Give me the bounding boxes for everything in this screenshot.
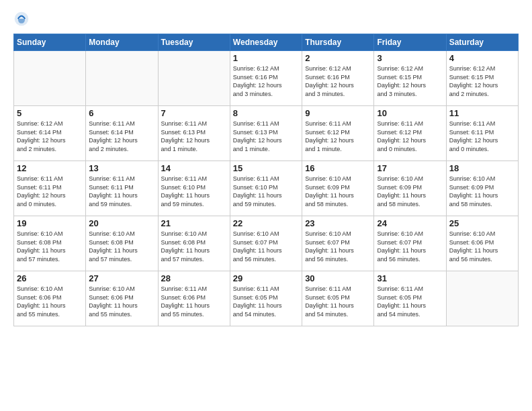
day-info: Sunrise: 6:10 AM Sunset: 6:09 PM Dayligh… [305,175,371,208]
day-number: 26 [17,273,83,283]
day-info: Sunrise: 6:10 AM Sunset: 6:08 PM Dayligh… [17,230,83,263]
day-info: Sunrise: 6:12 AM Sunset: 6:15 PM Dayligh… [449,64,515,98]
calendar-cell [14,51,86,106]
calendar-body: 1Sunrise: 6:12 AM Sunset: 6:16 PM Daylig… [14,51,519,326]
calendar-cell: 21Sunrise: 6:10 AM Sunset: 6:08 PM Dayli… [158,216,230,271]
calendar-cell: 30Sunrise: 6:11 AM Sunset: 6:05 PM Dayli… [302,271,374,326]
calendar-cell: 2Sunrise: 6:12 AM Sunset: 6:16 PM Daylig… [302,51,374,106]
day-number: 24 [377,218,443,228]
day-number: 8 [233,108,299,118]
day-number: 17 [377,163,443,173]
day-info: Sunrise: 6:10 AM Sunset: 6:06 PM Dayligh… [89,285,154,318]
day-info: Sunrise: 6:10 AM Sunset: 6:07 PM Dayligh… [305,230,371,263]
calendar-cell: 24Sunrise: 6:10 AM Sunset: 6:07 PM Dayli… [374,216,446,271]
day-number: 19 [17,218,83,228]
day-info: Sunrise: 6:11 AM Sunset: 6:13 PM Dayligh… [161,120,227,153]
day-number: 11 [449,108,515,118]
calendar-cell: 8Sunrise: 6:11 AM Sunset: 6:13 PM Daylig… [230,106,302,161]
day-number: 21 [161,218,227,228]
day-number: 30 [305,273,371,283]
calendar-week: 26Sunrise: 6:10 AM Sunset: 6:06 PM Dayli… [14,271,519,326]
calendar-cell: 27Sunrise: 6:10 AM Sunset: 6:06 PM Dayli… [86,271,158,326]
day-info: Sunrise: 6:10 AM Sunset: 6:08 PM Dayligh… [89,230,154,263]
day-info: Sunrise: 6:12 AM Sunset: 6:14 PM Dayligh… [17,120,83,153]
calendar-page: SundayMondayTuesdayWednesdayThursdayFrid… [0,0,532,411]
calendar-cell: 13Sunrise: 6:11 AM Sunset: 6:11 PM Dayli… [86,161,158,216]
day-number: 6 [89,108,154,118]
day-info: Sunrise: 6:11 AM Sunset: 6:11 PM Dayligh… [89,175,154,208]
calendar-cell: 3Sunrise: 6:12 AM Sunset: 6:15 PM Daylig… [374,51,446,106]
day-info: Sunrise: 6:11 AM Sunset: 6:11 PM Dayligh… [449,120,515,153]
calendar-cell: 17Sunrise: 6:10 AM Sunset: 6:09 PM Dayli… [374,161,446,216]
day-info: Sunrise: 6:11 AM Sunset: 6:10 PM Dayligh… [161,175,227,208]
day-info: Sunrise: 6:10 AM Sunset: 6:06 PM Dayligh… [449,230,515,263]
weekday-header: Tuesday [158,34,230,51]
day-info: Sunrise: 6:12 AM Sunset: 6:16 PM Dayligh… [305,64,371,98]
day-info: Sunrise: 6:11 AM Sunset: 6:05 PM Dayligh… [377,285,443,318]
calendar-cell: 29Sunrise: 6:11 AM Sunset: 6:05 PM Dayli… [230,271,302,326]
day-info: Sunrise: 6:11 AM Sunset: 6:05 PM Dayligh… [233,285,299,318]
calendar-cell [446,271,518,326]
calendar-cell: 28Sunrise: 6:11 AM Sunset: 6:06 PM Dayli… [158,271,230,326]
day-number: 28 [161,273,227,283]
day-number: 31 [377,273,443,283]
day-number: 15 [233,163,299,173]
day-number: 23 [305,218,371,228]
day-info: Sunrise: 6:11 AM Sunset: 6:12 PM Dayligh… [377,120,443,153]
day-number: 22 [233,218,299,228]
weekday-row: SundayMondayTuesdayWednesdayThursdayFrid… [14,34,519,51]
calendar-week: 19Sunrise: 6:10 AM Sunset: 6:08 PM Dayli… [14,216,519,271]
day-info: Sunrise: 6:10 AM Sunset: 6:09 PM Dayligh… [377,175,443,208]
weekday-header: Wednesday [230,34,302,51]
header [13,11,519,27]
day-info: Sunrise: 6:11 AM Sunset: 6:06 PM Dayligh… [161,285,227,318]
calendar-cell: 5Sunrise: 6:12 AM Sunset: 6:14 PM Daylig… [14,106,86,161]
calendar-week: 5Sunrise: 6:12 AM Sunset: 6:14 PM Daylig… [14,106,519,161]
day-number: 25 [449,218,515,228]
day-info: Sunrise: 6:12 AM Sunset: 6:16 PM Dayligh… [233,64,299,98]
weekday-header: Friday [374,34,446,51]
weekday-header: Sunday [14,34,86,51]
calendar-cell: 22Sunrise: 6:10 AM Sunset: 6:07 PM Dayli… [230,216,302,271]
calendar-week: 1Sunrise: 6:12 AM Sunset: 6:16 PM Daylig… [14,51,519,106]
calendar-cell: 7Sunrise: 6:11 AM Sunset: 6:13 PM Daylig… [158,106,230,161]
day-number: 3 [377,53,443,63]
calendar-header: SundayMondayTuesdayWednesdayThursdayFrid… [14,34,519,51]
day-number: 16 [305,163,371,173]
calendar-cell: 4Sunrise: 6:12 AM Sunset: 6:15 PM Daylig… [446,51,518,106]
calendar-table: SundayMondayTuesdayWednesdayThursdayFrid… [13,34,519,326]
day-number: 12 [17,163,83,173]
calendar-cell: 26Sunrise: 6:10 AM Sunset: 6:06 PM Dayli… [14,271,86,326]
day-info: Sunrise: 6:11 AM Sunset: 6:10 PM Dayligh… [233,175,299,208]
day-number: 5 [17,108,83,118]
calendar-cell: 12Sunrise: 6:11 AM Sunset: 6:11 PM Dayli… [14,161,86,216]
day-info: Sunrise: 6:10 AM Sunset: 6:09 PM Dayligh… [449,175,515,208]
day-info: Sunrise: 6:11 AM Sunset: 6:13 PM Dayligh… [233,120,299,153]
day-number: 2 [305,53,371,63]
logo-icon [13,11,30,27]
day-number: 4 [449,53,515,63]
day-number: 10 [377,108,443,118]
logo [13,11,32,27]
calendar-cell: 1Sunrise: 6:12 AM Sunset: 6:16 PM Daylig… [230,51,302,106]
calendar-cell: 23Sunrise: 6:10 AM Sunset: 6:07 PM Dayli… [302,216,374,271]
day-info: Sunrise: 6:10 AM Sunset: 6:08 PM Dayligh… [161,230,227,263]
calendar-cell: 6Sunrise: 6:11 AM Sunset: 6:14 PM Daylig… [86,106,158,161]
day-info: Sunrise: 6:10 AM Sunset: 6:07 PM Dayligh… [377,230,443,263]
day-info: Sunrise: 6:10 AM Sunset: 6:06 PM Dayligh… [17,285,83,318]
calendar-cell [158,51,230,106]
day-info: Sunrise: 6:12 AM Sunset: 6:15 PM Dayligh… [377,64,443,98]
day-info: Sunrise: 6:11 AM Sunset: 6:14 PM Dayligh… [89,120,154,153]
calendar-cell: 10Sunrise: 6:11 AM Sunset: 6:12 PM Dayli… [374,106,446,161]
day-info: Sunrise: 6:11 AM Sunset: 6:05 PM Dayligh… [305,285,371,318]
day-info: Sunrise: 6:11 AM Sunset: 6:12 PM Dayligh… [305,120,371,153]
calendar-cell: 14Sunrise: 6:11 AM Sunset: 6:10 PM Dayli… [158,161,230,216]
day-number: 7 [161,108,227,118]
calendar-cell [86,51,158,106]
weekday-header: Thursday [302,34,374,51]
day-number: 9 [305,108,371,118]
calendar-cell: 20Sunrise: 6:10 AM Sunset: 6:08 PM Dayli… [86,216,158,271]
weekday-header: Monday [86,34,158,51]
calendar-cell: 18Sunrise: 6:10 AM Sunset: 6:09 PM Dayli… [446,161,518,216]
day-number: 13 [89,163,154,173]
